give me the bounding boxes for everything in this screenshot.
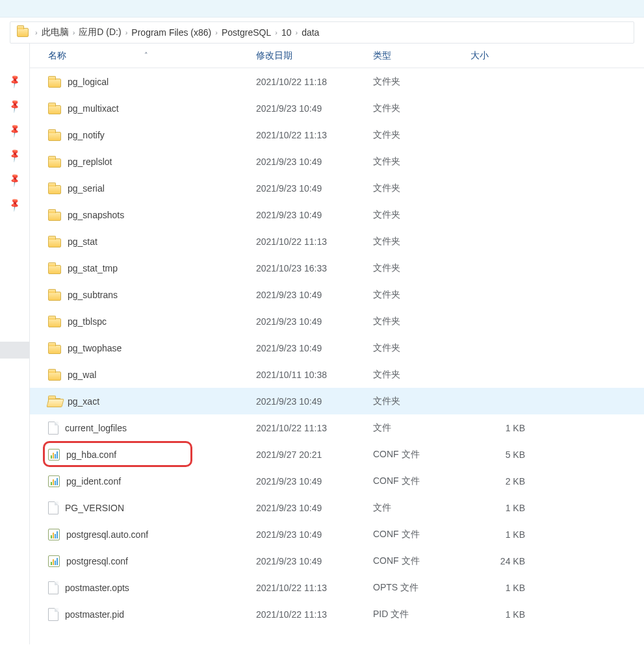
cell-name[interactable]: pg_notify [48, 129, 256, 141]
file-icon [48, 581, 58, 594]
cell-date: 2021/9/23 10:49 [256, 183, 373, 194]
folder-icon [48, 345, 61, 354]
file-row[interactable]: pg_multixact2021/9/23 10:49文件夹 [30, 95, 644, 121]
file-name: PG_VERSION [65, 503, 124, 513]
cell-type: 文件夹 [373, 369, 470, 381]
cell-date: 2021/9/23 10:49 [256, 529, 373, 540]
cell-name[interactable]: pg_twophase [48, 342, 256, 354]
folder-icon [48, 292, 61, 301]
pin-icon[interactable]: 📌 [7, 98, 22, 113]
file-row[interactable]: pg_serial2021/9/23 10:49文件夹 [30, 175, 644, 201]
chevron-right-icon[interactable]: › [73, 29, 75, 36]
cell-date: 2021/10/22 11:13 [256, 609, 373, 620]
breadcrumb-item[interactable]: 10 [281, 27, 292, 38]
file-icon [48, 501, 58, 514]
breadcrumb-item[interactable]: PostgreSQL [222, 27, 271, 38]
column-header-name[interactable]: 名称 ˄ [48, 50, 256, 62]
chevron-right-icon[interactable]: › [275, 29, 277, 36]
file-name: current_logfiles [65, 423, 127, 433]
cell-name[interactable]: postgresql.auto.conf [48, 529, 256, 540]
column-header-size[interactable]: 大小 [470, 50, 529, 62]
cell-name[interactable]: postmaster.opts [48, 581, 256, 594]
folder-open-icon [48, 398, 61, 407]
cell-name[interactable]: pg_snapshots [48, 209, 256, 221]
file-name: pg_notify [68, 130, 105, 140]
file-row[interactable]: pg_subtrans2021/9/23 10:49文件夹 [30, 281, 644, 308]
breadcrumb-item[interactable]: data [302, 27, 319, 38]
folder-icon [48, 158, 61, 168]
pin-icon[interactable]: 📌 [7, 147, 22, 162]
file-name: pg_ident.conf [66, 476, 121, 487]
cell-date: 2021/9/23 10:49 [256, 210, 373, 220]
file-row[interactable]: pg_stat_tmp2021/10/23 16:33文件夹 [30, 255, 644, 281]
file-row[interactable]: pg_hba.conf2021/9/27 20:21CONF 文件5 KB [30, 441, 644, 468]
cell-name[interactable]: pg_xact [48, 396, 256, 407]
cell-size: 1 KB [470, 423, 529, 433]
file-list-pane: 名称 ˄ 修改日期 类型 大小 pg_logical2021/10/22 11:… [30, 44, 644, 644]
cell-date: 2021/9/27 20:21 [256, 449, 373, 460]
cell-name[interactable]: pg_ident.conf [48, 475, 256, 487]
pin-icon[interactable]: 📌 [7, 123, 22, 138]
breadcrumb-item[interactable]: 应用D (D:) [79, 27, 121, 38]
column-label: 名称 [48, 50, 66, 62]
cell-name[interactable]: pg_multixact [48, 103, 256, 114]
cell-date: 2021/10/22 11:13 [256, 236, 373, 247]
cell-type: 文件夹 [373, 262, 470, 274]
pin-icon[interactable]: 📌 [7, 197, 22, 212]
file-row[interactable]: postmaster.pid2021/10/22 11:13PID 文件1 KB [30, 601, 644, 627]
file-row[interactable]: pg_snapshots2021/9/23 10:49文件夹 [30, 201, 644, 228]
chevron-right-icon[interactable]: › [295, 29, 298, 36]
file-row[interactable]: postgresql.auto.conf2021/9/23 10:49CONF … [30, 521, 644, 548]
file-row[interactable]: current_logfiles2021/10/22 11:13文件1 KB [30, 414, 644, 441]
breadcrumb-item[interactable]: 此电脑 [42, 27, 69, 38]
cell-name[interactable]: current_logfiles [48, 422, 256, 435]
breadcrumb-bar[interactable]: › 此电脑 › 应用D (D:) › Program Files (x86) ›… [10, 21, 634, 44]
file-name: pg_multixact [68, 103, 119, 114]
cell-name[interactable]: postmaster.pid [48, 608, 256, 621]
cell-name[interactable]: postgresql.conf [48, 555, 256, 567]
pin-icon[interactable]: 📌 [7, 172, 22, 187]
cell-name[interactable]: pg_stat [48, 236, 256, 247]
chevron-right-icon[interactable]: › [35, 29, 38, 36]
cell-type: 文件夹 [373, 396, 470, 407]
cell-type: 文件夹 [373, 316, 470, 327]
file-name: pg_twophase [68, 343, 122, 353]
breadcrumb-item[interactable]: Program Files (x86) [131, 27, 211, 38]
cell-name[interactable]: pg_subtrans [48, 289, 256, 301]
file-row[interactable]: pg_twophase2021/9/23 10:49文件夹 [30, 335, 644, 361]
file-row[interactable]: pg_ident.conf2021/9/23 10:49CONF 文件2 KB [30, 468, 644, 494]
cell-type: 文件夹 [373, 76, 470, 88]
cell-size: 1 KB [470, 503, 529, 513]
file-name: pg_snapshots [68, 210, 124, 220]
cell-name[interactable]: pg_logical [48, 76, 256, 88]
file-icon [48, 422, 58, 435]
cell-type: 文件夹 [373, 129, 470, 141]
cell-name[interactable]: pg_stat_tmp [48, 262, 256, 274]
file-row[interactable]: pg_wal2021/10/11 10:38文件夹 [30, 361, 644, 388]
file-row[interactable]: postmaster.opts2021/10/22 11:13OPTS 文件1 … [30, 574, 644, 601]
column-header-type[interactable]: 类型 [373, 50, 470, 62]
file-row[interactable]: pg_logical2021/10/22 11:18文件夹 [30, 68, 644, 95]
chevron-right-icon[interactable]: › [215, 29, 218, 36]
cell-name[interactable]: pg_wal [48, 369, 256, 381]
file-row[interactable]: pg_tblspc2021/9/23 10:49文件夹 [30, 308, 644, 335]
file-row[interactable]: postgresql.conf2021/9/23 10:49CONF 文件24 … [30, 548, 644, 574]
file-row[interactable]: pg_notify2021/10/22 11:13文件夹 [30, 121, 644, 148]
chevron-right-icon[interactable]: › [125, 29, 128, 36]
file-row[interactable]: pg_replslot2021/9/23 10:49文件夹 [30, 148, 644, 175]
cell-name[interactable]: pg_hba.conf [48, 449, 256, 461]
file-row[interactable]: PG_VERSION2021/9/23 10:49文件1 KB [30, 494, 644, 521]
file-row[interactable]: pg_stat2021/10/22 11:13文件夹 [30, 228, 644, 255]
column-header-date[interactable]: 修改日期 [256, 50, 373, 62]
file-row[interactable]: pg_xact2021/9/23 10:49文件夹 [30, 388, 644, 414]
file-name: pg_serial [68, 183, 105, 194]
cell-date: 2021/9/23 10:49 [256, 343, 373, 353]
cell-name[interactable]: PG_VERSION [48, 501, 256, 514]
cell-date: 2021/9/23 10:49 [256, 103, 373, 114]
pin-icon[interactable]: 📌 [7, 73, 22, 88]
cell-name[interactable]: pg_serial [48, 183, 256, 194]
file-name: pg_replslot [68, 157, 112, 167]
folder-icon [17, 28, 29, 37]
cell-name[interactable]: pg_tblspc [48, 316, 256, 327]
cell-name[interactable]: pg_replslot [48, 156, 256, 168]
